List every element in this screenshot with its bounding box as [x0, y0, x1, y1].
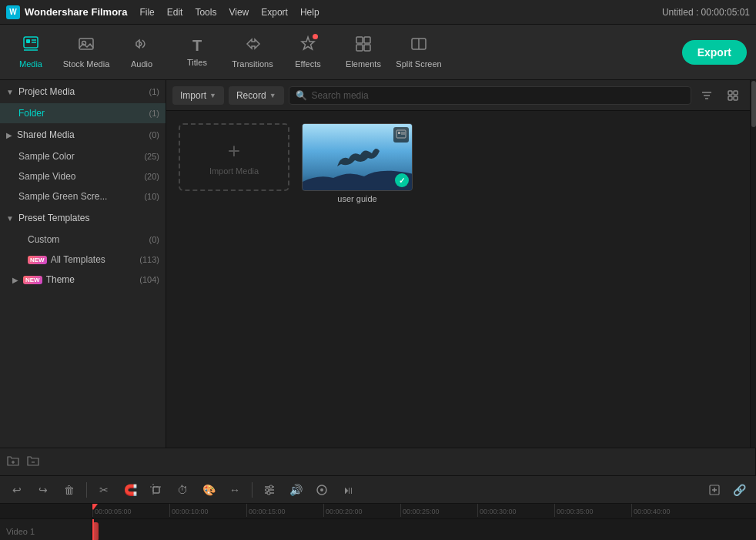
project-media-arrow: ▼: [6, 88, 14, 96]
scissors-button[interactable]: ✂: [93, 479, 115, 501]
toolbar-media[interactable]: Media: [3, 26, 59, 79]
record-label: Record: [236, 90, 266, 101]
toolbar-elements-label: Elements: [346, 59, 381, 69]
menu-help[interactable]: Help: [300, 7, 319, 18]
app-name: Wondershare Filmora: [25, 6, 127, 18]
toolbar-effects[interactable]: Effects: [280, 26, 336, 79]
toolbar-elements[interactable]: Elements: [336, 26, 391, 79]
sidebar-item-preset-templates[interactable]: ▼ Preset Templates: [0, 206, 166, 230]
export-button[interactable]: Export: [682, 40, 747, 65]
sidebar-item-shared-media[interactable]: ▶ Shared Media (0): [0, 123, 166, 146]
search-box: 🔍: [289, 86, 691, 105]
timeline-tracks: [92, 519, 756, 540]
record-button[interactable]: Record ▼: [229, 86, 284, 105]
track-label: Video 1: [6, 527, 35, 536]
menu-bar: File Edit Tools View Export Help: [139, 7, 319, 18]
timeline-toolbar: ↩ ↪ 🗑 ✂ 🧲 ⏱ 🎨 ↔ 🔊: [0, 476, 756, 504]
undo-button[interactable]: ↩: [6, 479, 28, 501]
ruler-mark-4: 00:00:25:00: [400, 504, 477, 517]
crop-button[interactable]: [146, 479, 167, 501]
sidebar-item-project-media[interactable]: ▼ Project Media (1): [0, 80, 166, 103]
toolbar-titles[interactable]: T Titles: [169, 26, 225, 79]
ruler-mark-3: 00:00:20:00: [323, 504, 400, 517]
scrollbar-thumb[interactable]: [751, 81, 756, 127]
toolbar-titles-label: Titles: [187, 58, 207, 67]
link-button[interactable]: 🔗: [728, 479, 750, 501]
sample-color-count: (25): [144, 152, 159, 161]
search-input[interactable]: [312, 90, 684, 101]
sample-color-label: Sample Color: [18, 151, 75, 162]
sidebar-item-all-templates[interactable]: NEW All Templates (113): [0, 250, 166, 270]
svg-point-34: [269, 485, 273, 488]
timeline-ruler-area[interactable]: 00:00:05:00 00:00:10:00 00:00:15:00 00:0…: [92, 504, 756, 540]
playhead[interactable]: [92, 519, 94, 540]
svg-point-36: [267, 491, 270, 495]
menu-edit[interactable]: Edit: [167, 7, 183, 18]
transitions-icon: [244, 35, 261, 56]
transform-button[interactable]: ↔: [224, 479, 246, 501]
all-templates-count: (113): [139, 255, 159, 264]
content-scrollbar[interactable]: [750, 80, 756, 448]
sidebar-bottom: [0, 448, 756, 475]
effects-icon: [299, 35, 316, 56]
sidebar-item-folder[interactable]: Folder (1): [0, 103, 166, 123]
app-logo-icon: W: [6, 5, 20, 19]
shared-media-arrow: ▶: [6, 131, 12, 139]
playback-button[interactable]: ⏯: [337, 479, 359, 501]
redo-button[interactable]: ↪: [32, 479, 54, 501]
delete-folder-icon[interactable]: [26, 454, 40, 470]
svg-point-32: [266, 488, 269, 491]
media-grid: + Import Media: [166, 111, 750, 448]
window-title: Untitled : 00:00:05:01: [662, 7, 750, 18]
volume-button[interactable]: 🔊: [285, 479, 306, 501]
import-dropdown-arrow: ▼: [209, 92, 216, 99]
menu-tools[interactable]: Tools: [195, 7, 216, 18]
custom-count: (0): [149, 235, 159, 244]
svg-rect-10: [364, 45, 370, 51]
timeline-ruler: 00:00:05:00 00:00:10:00 00:00:15:00 00:0…: [92, 504, 756, 519]
menu-file[interactable]: File: [139, 7, 154, 18]
audio-mixer-button[interactable]: [259, 479, 280, 501]
toolbar-divider-1: [86, 482, 87, 498]
shared-media-label: Shared Media: [17, 129, 75, 140]
sidebar-item-custom[interactable]: Custom (0): [0, 230, 166, 250]
speed-button[interactable]: ⏱: [172, 479, 193, 501]
toolbar-stock-media[interactable]: Stock Media: [59, 26, 114, 79]
sidebar-item-theme[interactable]: ▶ NEW Theme (104): [0, 270, 166, 290]
media-item-user-guide[interactable]: ✓ user guide: [302, 123, 413, 203]
project-media-count: (1): [149, 87, 159, 96]
theme-new-badge: NEW: [23, 276, 42, 284]
preset-templates-arrow: ▼: [6, 214, 14, 223]
sidebar-item-sample-video[interactable]: Sample Video (20): [0, 166, 166, 186]
import-button[interactable]: Import ▼: [172, 86, 224, 105]
media-thumb-user-guide: ✓: [302, 123, 413, 191]
sidebar-item-sample-green-screen[interactable]: Sample Green Scre... (10): [0, 186, 166, 206]
import-media-button[interactable]: + Import Media: [179, 123, 289, 191]
color-button[interactable]: 🎨: [198, 479, 219, 501]
import-plus-icon: +: [228, 139, 240, 163]
add-track-button[interactable]: [704, 479, 725, 501]
main-toolbar: Media Stock Media Audio T Titles: [0, 25, 756, 80]
main-area: ▼ Project Media (1) Folder (1) ▶ Shared …: [0, 80, 756, 448]
filter-button[interactable]: [696, 85, 718, 106]
grid-view-button[interactable]: [722, 85, 744, 106]
toolbar-divider-2: [252, 482, 253, 498]
delete-button[interactable]: 🗑: [59, 479, 80, 501]
sidebar-item-sample-color[interactable]: Sample Color (25): [0, 146, 166, 166]
menu-export[interactable]: Export: [261, 7, 288, 18]
custom-label: Custom: [28, 234, 59, 245]
ruler-mark-1: 00:00:10:00: [169, 504, 246, 517]
toolbar-split-screen-label: Split Screen: [396, 59, 441, 69]
toolbar-split-screen[interactable]: Split Screen: [391, 26, 447, 79]
magnet-button[interactable]: 🧲: [119, 479, 141, 501]
toolbar-audio[interactable]: Audio: [114, 26, 169, 79]
toolbar-audio-label: Audio: [131, 59, 152, 69]
effects-timeline-button[interactable]: [311, 479, 333, 501]
toolbar-transitions[interactable]: Transitions: [225, 26, 280, 79]
toolbar-media-label: Media: [19, 59, 42, 69]
thumb-checkmark: ✓: [395, 173, 409, 187]
record-dropdown-arrow: ▼: [269, 92, 276, 99]
sample-green-screen-label: Sample Green Scre...: [18, 191, 107, 202]
menu-view[interactable]: View: [229, 7, 249, 18]
add-folder-icon[interactable]: [6, 454, 20, 470]
